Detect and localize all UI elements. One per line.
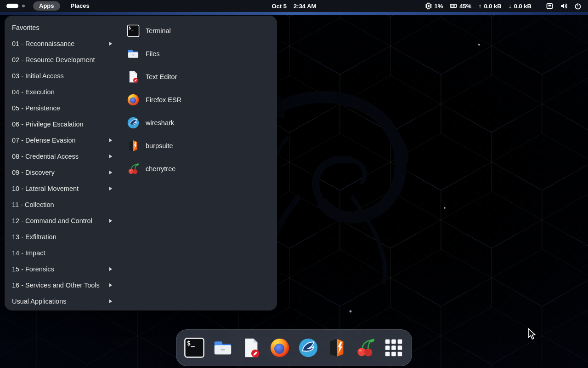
menu-category-services-other-tools[interactable]: 16 - Services and Other Tools [5, 277, 118, 293]
text-editor-icon [127, 70, 140, 83]
menu-app-firefox[interactable]: Firefox ESR [119, 88, 189, 111]
burpsuite-icon [326, 337, 347, 358]
applications-menu: Favorites 01 - Reconnaissance 02 - Resou… [5, 16, 277, 310]
menu-app-burpsuite[interactable]: burpsuite [119, 134, 189, 157]
dock-terminal[interactable] [184, 337, 205, 358]
menu-category-exfiltration[interactable]: 13 - Exfiltration [5, 229, 118, 245]
submenu-arrow-icon [109, 42, 112, 46]
menu-favorites-list: Terminal Files Text Editor Firefox ESR w… [119, 19, 189, 310]
memory-icon [450, 2, 457, 10]
menu-category-impact[interactable]: 14 - Impact [5, 245, 118, 261]
menu-category-collection[interactable]: 11 - Collection [5, 196, 118, 213]
power-icon[interactable] [574, 2, 582, 10]
submenu-arrow-icon [109, 299, 112, 303]
apps-grid-icon [383, 337, 404, 358]
cherrytree-icon [355, 337, 376, 358]
terminal-icon [127, 24, 140, 37]
memory-usage-value: 45% [459, 3, 471, 10]
dock-text-editor[interactable] [241, 337, 262, 358]
dock-files[interactable] [212, 337, 233, 358]
workspace-inactive-dot [22, 5, 25, 7]
submenu-arrow-icon [109, 187, 112, 190]
firefox-icon [269, 337, 290, 358]
submenu-arrow-icon [109, 267, 112, 271]
burpsuite-icon [127, 139, 140, 152]
clock-button[interactable]: Oct 5 2:34 AM [272, 0, 317, 12]
top-panel: Apps Places Oct 5 2:34 AM 1% [0, 0, 588, 12]
cpu-usage-value: 1% [435, 3, 443, 10]
wireshark-icon [127, 116, 140, 129]
menu-category-initial-access[interactable]: 03 - Initial Access [5, 68, 118, 84]
submenu-arrow-icon [109, 138, 112, 142]
terminal-icon [184, 337, 205, 358]
cherrytree-icon [127, 162, 140, 175]
dock-burpsuite[interactable] [326, 337, 347, 358]
menu-category-favorites[interactable]: Favorites [5, 19, 118, 35]
submenu-arrow-icon [109, 283, 112, 287]
dock-wireshark[interactable] [298, 337, 319, 358]
network-icon[interactable] [546, 2, 554, 10]
menu-category-forensics[interactable]: 15 - Forensics [5, 261, 118, 277]
arrow-down-icon: ↓ [509, 2, 512, 10]
menu-category-list: Favorites 01 - Reconnaissance 02 - Resou… [5, 19, 118, 310]
volume-icon[interactable] [560, 2, 568, 10]
cpu-indicator[interactable]: 1% [425, 2, 443, 10]
memory-indicator[interactable]: 45% [450, 2, 471, 10]
menu-category-defense-evasion[interactable]: 07 - Defense Evasion [5, 132, 118, 148]
menu-app-text-editor[interactable]: Text Editor [119, 65, 189, 88]
menu-app-terminal[interactable]: Terminal [119, 19, 189, 42]
date-label: Oct 5 [272, 3, 287, 10]
submenu-arrow-icon [109, 171, 112, 174]
menu-app-files[interactable]: Files [119, 42, 189, 65]
dock-show-applications[interactable] [383, 337, 404, 358]
workspace-indicator[interactable] [6, 4, 25, 8]
menu-category-command-and-control[interactable]: 12 - Command and Control [5, 213, 118, 229]
files-icon [127, 47, 140, 60]
mouse-cursor [527, 328, 537, 340]
arrow-up-icon: ↑ [478, 2, 481, 10]
menu-category-reconnaissance[interactable]: 01 - Reconnaissance [5, 35, 118, 52]
apps-menu-button[interactable]: Apps [33, 1, 60, 11]
menu-category-resource-development[interactable]: 02 - Resource Development [5, 52, 118, 68]
dock-firefox[interactable] [269, 337, 290, 358]
net-upload-value: 0.0 kB [484, 3, 501, 10]
net-upload-indicator[interactable]: ↑ 0.0 kB [478, 2, 501, 10]
menu-app-cherrytree[interactable]: cherrytree [119, 157, 189, 180]
menu-category-usual-applications[interactable]: Usual Applications [5, 293, 118, 309]
files-icon [212, 337, 233, 358]
menu-category-persistence[interactable]: 05 - Persistence [5, 100, 118, 116]
text-editor-icon [241, 337, 262, 358]
menu-category-privilege-escalation[interactable]: 06 - Privilege Escalation [5, 116, 118, 132]
firefox-icon [127, 93, 140, 106]
time-label: 2:34 AM [294, 3, 316, 10]
net-download-indicator[interactable]: ↓ 0.0 kB [509, 2, 531, 10]
cpu-icon [425, 2, 432, 10]
menu-category-discovery[interactable]: 09 - Discovery [5, 164, 118, 180]
dock [176, 329, 412, 366]
menu-category-execution[interactable]: 04 - Execution [5, 84, 118, 100]
dock-cherrytree[interactable] [355, 337, 376, 358]
menu-category-credential-access[interactable]: 08 - Credential Access [5, 148, 118, 164]
submenu-arrow-icon [109, 155, 112, 158]
submenu-arrow-icon [109, 219, 112, 223]
workspace-active-pill [6, 4, 18, 8]
net-download-value: 0.0 kB [514, 3, 531, 10]
menu-app-wireshark[interactable]: wireshark [119, 111, 189, 134]
wireshark-icon [298, 337, 319, 358]
menu-category-lateral-movement[interactable]: 10 - Lateral Movement [5, 180, 118, 196]
places-menu-button[interactable]: Places [65, 1, 96, 11]
